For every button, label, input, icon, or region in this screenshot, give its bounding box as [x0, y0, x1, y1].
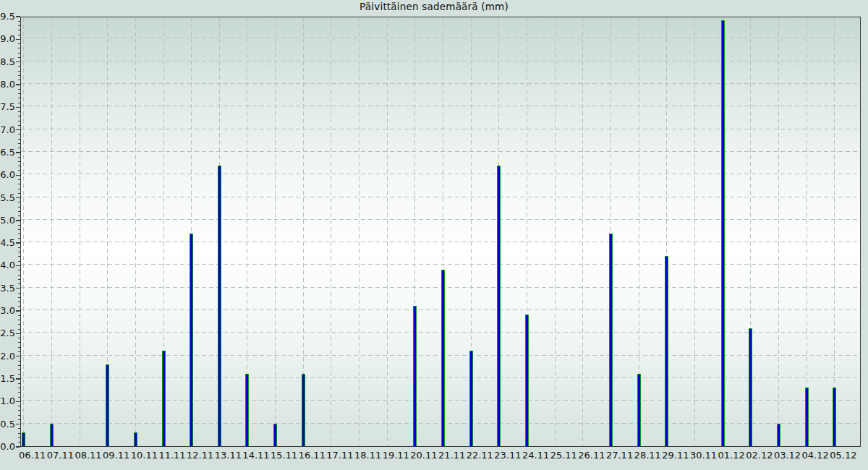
- y-axis-minor-tick: [18, 202, 21, 202]
- y-tick-label: 2.0: [0, 351, 15, 362]
- y-axis-major-tick: [16, 310, 20, 311]
- y-axis-minor-tick: [18, 433, 21, 434]
- bar: [190, 234, 193, 446]
- y-axis-minor-tick: [18, 347, 21, 348]
- v-gridline: [387, 17, 388, 446]
- v-gridline: [834, 17, 835, 446]
- y-tick-label: 6.5: [0, 148, 15, 158]
- y-axis-minor-tick: [18, 121, 21, 121]
- y-tick-label: 6.0: [0, 170, 15, 180]
- v-gridline: [51, 17, 52, 446]
- y-tick-label: 1.5: [0, 374, 15, 384]
- h-gridline: [21, 287, 860, 288]
- y-axis-minor-tick: [18, 161, 21, 162]
- y-axis-minor-tick: [18, 234, 21, 234]
- chart-title: Päivittäinen sademäärä (mm): [0, 1, 868, 12]
- y-axis-minor-tick: [18, 215, 21, 216]
- h-gridline: [21, 38, 860, 38]
- plot-area: [20, 17, 861, 447]
- y-axis-minor-tick: [18, 207, 21, 208]
- y-tick-label: 0.5: [0, 419, 15, 430]
- y-axis-minor-tick: [18, 342, 21, 343]
- y-axis-minor-tick: [18, 442, 21, 443]
- y-axis-minor-tick: [18, 193, 21, 194]
- h-gridline: [21, 309, 860, 310]
- y-axis-minor-tick: [18, 75, 21, 76]
- h-gridline: [21, 332, 860, 333]
- y-tick-label: 2.5: [0, 328, 15, 338]
- x-tick-label: 05.12: [827, 450, 860, 461]
- y-axis-minor-tick: [18, 279, 21, 280]
- h-gridline: [21, 242, 860, 242]
- bar: [525, 315, 529, 446]
- y-tick-label: 3.5: [0, 283, 15, 294]
- y-axis-minor-tick: [18, 261, 21, 262]
- y-axis-minor-tick: [18, 57, 21, 58]
- h-gridline: [21, 355, 860, 356]
- y-axis-major-tick: [16, 401, 20, 402]
- y-axis-major-tick: [16, 61, 20, 62]
- y-axis-minor-tick: [18, 365, 21, 366]
- y-axis-minor-tick: [18, 139, 21, 140]
- y-tick-label: 0.0: [0, 442, 15, 452]
- y-tick-label: 9.5: [0, 12, 15, 22]
- y-axis-major-tick: [16, 220, 20, 221]
- y-axis-minor-tick: [18, 48, 21, 48]
- y-axis-minor-tick: [18, 283, 21, 284]
- y-axis-minor-tick: [18, 324, 21, 325]
- y-axis-minor-tick: [18, 302, 21, 302]
- y-axis-minor-tick: [18, 252, 21, 252]
- y-tick-label: 5.5: [0, 193, 15, 203]
- bar: [273, 424, 277, 446]
- bar: [22, 432, 25, 446]
- y-axis-minor-tick: [18, 66, 21, 67]
- y-axis-minor-tick: [18, 143, 21, 144]
- y-axis-minor-tick: [18, 189, 21, 189]
- h-gridline: [21, 377, 860, 378]
- y-axis-minor-tick: [18, 270, 21, 270]
- y-tick-label: 9.0: [0, 34, 15, 44]
- y-axis-major-tick: [16, 39, 20, 40]
- bar: [245, 374, 249, 446]
- y-axis-minor-tick: [18, 306, 21, 307]
- bar: [134, 432, 137, 446]
- y-axis-minor-tick: [18, 415, 21, 416]
- h-gridline: [21, 197, 860, 197]
- bar: [637, 374, 641, 446]
- h-gridline: [21, 106, 860, 106]
- y-axis-major-tick: [16, 16, 20, 17]
- y-axis-minor-tick: [18, 157, 21, 158]
- y-axis-major-tick: [16, 288, 20, 289]
- y-axis-minor-tick: [18, 406, 21, 406]
- y-tick-label: 3.0: [0, 306, 15, 316]
- bar: [469, 351, 473, 446]
- h-gridline: [21, 129, 860, 129]
- y-axis-minor-tick: [18, 53, 21, 54]
- y-axis-minor-tick: [18, 383, 21, 384]
- bar: [441, 270, 445, 446]
- y-axis-major-tick: [16, 265, 20, 266]
- y-axis-major-tick: [16, 356, 20, 356]
- y-axis-minor-tick: [18, 43, 21, 44]
- v-gridline: [555, 17, 556, 446]
- y-axis-minor-tick: [18, 93, 21, 94]
- y-tick-label: 7.5: [0, 102, 15, 112]
- y-axis-major-tick: [16, 242, 20, 243]
- h-gridline: [21, 151, 860, 152]
- y-axis-minor-tick: [18, 410, 21, 411]
- h-gridline: [21, 61, 860, 61]
- h-gridline: [21, 174, 860, 174]
- bar: [106, 364, 109, 446]
- y-axis-major-tick: [16, 197, 20, 198]
- y-axis-major-tick: [16, 84, 20, 85]
- y-axis-major-tick: [16, 446, 20, 447]
- y-axis-minor-tick: [18, 211, 21, 212]
- v-gridline: [582, 17, 583, 446]
- y-axis-minor-tick: [18, 419, 21, 420]
- y-axis-minor-tick: [18, 21, 21, 22]
- y-axis-major-tick: [16, 129, 20, 130]
- y-axis-minor-tick: [18, 329, 21, 330]
- v-gridline: [359, 17, 359, 446]
- y-axis-minor-tick: [18, 103, 21, 103]
- y-axis-minor-tick: [18, 71, 21, 72]
